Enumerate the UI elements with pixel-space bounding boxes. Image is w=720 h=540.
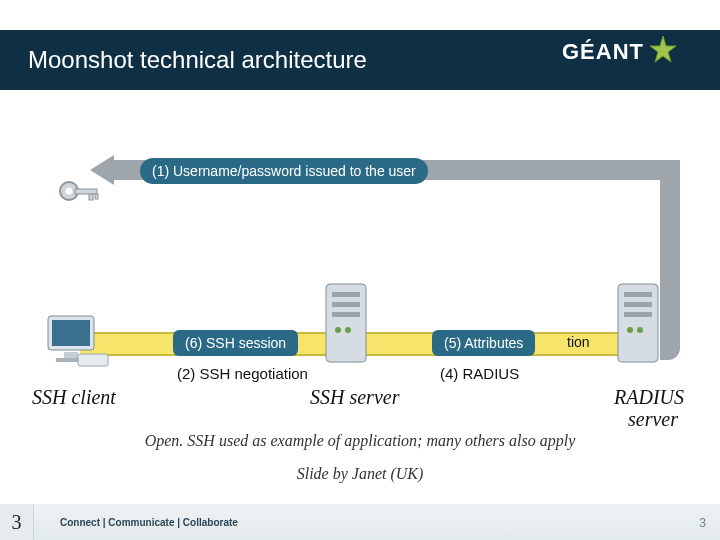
footer-bar: 3 Connect | Communicate | Collaborate 3 [0, 504, 720, 540]
page-number-right: 3 [699, 516, 706, 530]
svg-rect-18 [624, 292, 652, 297]
attribution-note: Slide by Janet (UK) [0, 465, 720, 483]
svg-rect-19 [624, 302, 652, 307]
svg-rect-4 [89, 194, 93, 200]
svg-point-2 [66, 188, 73, 195]
radius-server-label-2: server [628, 408, 678, 431]
svg-rect-20 [624, 312, 652, 317]
star-icon [648, 35, 678, 69]
svg-rect-10 [78, 354, 108, 366]
footer-tagline: Connect | Communicate | Collaborate [60, 517, 238, 528]
step-2-label: (2) SSH negotiation [177, 365, 308, 382]
svg-point-22 [637, 327, 643, 333]
svg-rect-3 [75, 189, 97, 194]
brand-text: GÉANT [562, 39, 644, 65]
svg-rect-14 [332, 312, 360, 317]
radius-server-label-1: RADIUS [614, 386, 684, 409]
svg-point-21 [627, 327, 633, 333]
step-1-label: (1) Username/password issued to the user [140, 158, 428, 184]
svg-rect-12 [332, 292, 360, 297]
example-note: Open. SSH used as example of application… [0, 432, 720, 450]
svg-rect-5 [95, 194, 98, 199]
svg-rect-13 [332, 302, 360, 307]
svg-rect-8 [64, 352, 78, 358]
ssh-client-label: SSH client [32, 386, 116, 409]
monitor-icon [42, 310, 112, 384]
step-5-label: (5) Attributes [432, 330, 535, 356]
page-number-left: 3 [0, 504, 34, 540]
step-4-label: (4) RADIUS [440, 365, 519, 382]
ssh-server-label: SSH server [310, 386, 399, 409]
svg-point-15 [335, 327, 341, 333]
server-icon [320, 280, 372, 374]
svg-point-16 [345, 327, 351, 333]
geant-logo: GÉANT [562, 22, 692, 82]
radius-server-icon [612, 280, 664, 374]
step-6-label: (6) SSH session [173, 330, 298, 356]
architecture-diagram: (1) Username/password issued to the user… [0, 120, 720, 450]
step-3-tail: tion [567, 334, 590, 350]
page-title: Moonshot technical architecture [28, 46, 367, 74]
svg-marker-0 [650, 36, 676, 62]
svg-rect-7 [52, 320, 90, 346]
key-icon [55, 175, 103, 227]
